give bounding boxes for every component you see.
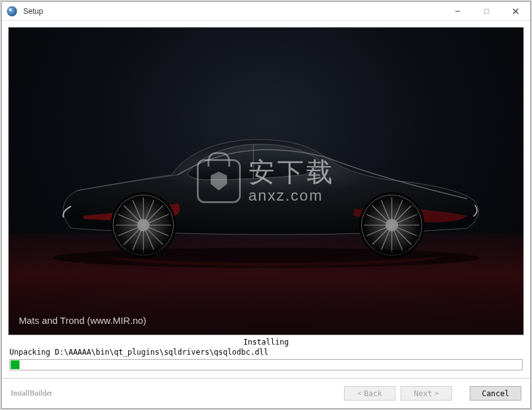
svg-rect-1 <box>485 9 489 13</box>
maximize-button <box>472 2 501 21</box>
window-title: Setup <box>22 7 443 16</box>
cancel-label: Cancel <box>482 389 509 398</box>
watermark: 安下载 anxz.com <box>197 159 335 203</box>
watermark-en: anxz.com <box>248 188 335 203</box>
watermark-bag-icon <box>197 159 241 203</box>
back-label: Back <box>364 389 382 398</box>
titlebar: Setup <box>2 2 530 21</box>
close-button[interactable] <box>501 2 530 21</box>
chevron-left-icon: < <box>357 389 362 397</box>
status-file-line: Unpacking D:\AAAAA\bin\qt_plugins\sqldri… <box>8 348 524 357</box>
app-icon <box>7 6 17 16</box>
back-button: < Back <box>344 386 396 401</box>
progress-fill <box>11 360 19 369</box>
window-controls <box>443 2 530 21</box>
minimize-icon <box>455 8 461 14</box>
next-button: Next > <box>401 386 452 401</box>
footer-brand: InstallBuilder <box>11 389 339 398</box>
chevron-right-icon: > <box>435 389 439 397</box>
close-icon <box>513 8 519 14</box>
cancel-button[interactable]: Cancel <box>470 386 521 401</box>
hero-image: 安下载 anxz.com Mats and Trond (www.MIR.no) <box>8 27 524 335</box>
watermark-text: 安下载 anxz.com <box>248 159 335 203</box>
content-area: 安下载 anxz.com Mats and Trond (www.MIR.no)… <box>2 21 530 378</box>
watermark-cn: 安下载 <box>248 159 335 186</box>
setup-window: Setup <box>1 1 531 409</box>
minimize-button[interactable] <box>443 2 472 21</box>
watermark-shield-icon <box>211 172 227 191</box>
image-credit: Mats and Trond (www.MIR.no) <box>19 315 147 326</box>
progress-bar <box>9 359 523 370</box>
install-status: Installing Unpacking D:\AAAAA\bin\qt_plu… <box>8 335 524 370</box>
footer: InstallBuilder < Back Next > Cancel <box>2 378 530 408</box>
status-heading: Installing <box>8 338 524 346</box>
next-label: Next <box>414 389 432 398</box>
maximize-icon <box>484 8 490 14</box>
